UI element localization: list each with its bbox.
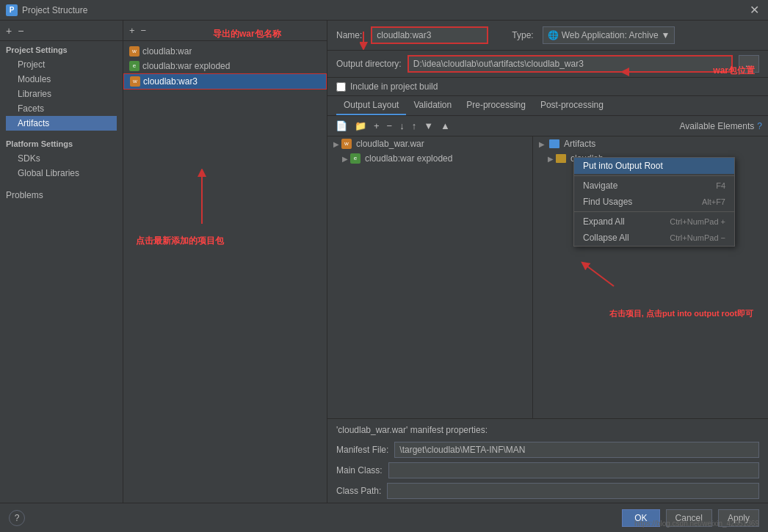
content-toolbar: 📄 📁 + − ↓ ↑ ▼ ▲ Available Elements ? — [327, 116, 768, 136]
sidebar-item-modules[interactable]: Modules — [6, 72, 117, 87]
available-elements-help[interactable]: ? — [757, 121, 762, 131]
folder-btn[interactable]: 📁 — [352, 120, 369, 131]
output-dir-row: Output directory: ... — [327, 51, 768, 78]
expand-all-shortcut: Ctrl+NumPad + — [670, 217, 725, 226]
navigate-label: Navigate — [583, 181, 617, 191]
title-bar-left: P Project Structure — [6, 4, 87, 16]
main-class-row: Main Class: — [336, 460, 759, 481]
context-menu-navigate[interactable]: Navigate F4 — [574, 178, 734, 194]
sidebar-item-sdks[interactable]: SDKs — [6, 151, 117, 166]
artifact-list-toolbar: + − — [123, 21, 327, 41]
context-menu-separator-2 — [574, 211, 734, 212]
platform-settings-title: Platform Settings — [6, 139, 117, 148]
tab-pre-processing[interactable]: Pre-processing — [459, 96, 533, 115]
platform-settings-section: Platform Settings SDKs Global Libraries — [0, 135, 123, 182]
right-tree: ▶ Artifacts ▶ cloudlab Put into Output R… — [533, 136, 768, 418]
project-settings-section: Project Settings Project Modules Librari… — [0, 41, 123, 132]
collapse-all-label: Collapse All — [583, 233, 629, 243]
class-path-row: Class Path: — [336, 481, 759, 501]
manifest-title: 'cloudlab_war.war' manifest properties: — [336, 425, 759, 435]
tree-arrow-exploded: ▶ — [342, 155, 348, 163]
sidebar-item-facets[interactable]: Facets — [6, 101, 117, 116]
tree-label-cloudlab-war-exploded: cloudlab:war exploded — [365, 153, 452, 164]
include-build-label: Include in project build — [350, 81, 438, 92]
artifact-list: w cloudlab:war e cloudlab:war exploded w… — [123, 41, 327, 532]
artifact-name-war3: cloudlab:war3 — [143, 76, 198, 87]
main-container: + − Project Settings Project Modules Lib… — [0, 21, 768, 532]
split-content: ▶ w cloudlab_war.war ▶ e cloudlab:war ex… — [327, 136, 768, 418]
context-menu-collapse-all[interactable]: Collapse All Ctrl+NumPad − — [574, 230, 734, 246]
context-menu-expand-all[interactable]: Expand All Ctrl+NumPad + — [574, 214, 734, 230]
title-bar: P Project Structure ✕ — [0, 0, 768, 21]
war-icon-3: w — [130, 76, 140, 87]
url-bar: https://blog.csdn.net/weixin_42551369 — [634, 520, 759, 528]
artifacts-arrow: ▶ — [539, 140, 545, 148]
manifest-file-input[interactable] — [394, 442, 759, 458]
expand-btn[interactable]: ▼ — [421, 120, 435, 131]
sidebar-item-project[interactable]: Project — [6, 57, 117, 72]
context-menu-find-usages[interactable]: Find Usages Alt+F7 — [574, 194, 734, 210]
output-dir-input[interactable] — [407, 55, 733, 73]
collapse-btn[interactable]: ▲ — [438, 120, 452, 131]
class-path-label: Class Path: — [336, 486, 381, 496]
right-tree-artifacts[interactable]: ▶ Artifacts — [533, 136, 768, 151]
artifact-add-button[interactable]: + — [128, 25, 137, 36]
context-menu-put-into-output-root[interactable]: Put into Output Root — [574, 158, 734, 174]
context-menu: Put into Output Root Navigate F4 Find Us… — [573, 157, 735, 247]
name-type-row: Name: Type: 🌐 Web Application: Archive ▼ — [327, 21, 768, 51]
sidebar-remove-button[interactable]: − — [16, 25, 25, 37]
browse-button[interactable]: ... — [739, 55, 759, 73]
artifact-name: cloudlab:war — [142, 46, 192, 57]
url-text: https://blog.csdn.net/weixin_42551369 — [634, 520, 759, 528]
tab-validation[interactable]: Validation — [406, 96, 459, 115]
manifest-file-row: Manifest File: — [336, 440, 759, 460]
up-btn[interactable]: ↑ — [410, 120, 419, 131]
down-btn[interactable]: ↓ — [397, 120, 407, 131]
sidebar-item-problems[interactable]: Problems — [0, 188, 123, 203]
type-value: Web Application: Archive — [562, 30, 659, 40]
remove-btn[interactable]: − — [385, 120, 395, 131]
web-archive-icon: 🌐 — [548, 30, 559, 40]
tab-post-processing[interactable]: Post-processing — [533, 96, 611, 115]
include-build-checkbox[interactable] — [336, 82, 346, 92]
main-class-label: Main Class: — [336, 465, 383, 475]
artifacts-folder-icon — [549, 139, 559, 148]
tabs-row: Output Layout Validation Pre-processing … — [327, 96, 768, 116]
sidebar-item-global-libraries[interactable]: Global Libraries — [6, 166, 117, 181]
artifacts-label: Artifacts — [564, 139, 595, 149]
tab-output-layout[interactable]: Output Layout — [336, 96, 406, 115]
war-exploded-icon: e — [129, 61, 140, 71]
cloudlab-arrow: ▶ — [548, 155, 554, 163]
close-button[interactable]: ✕ — [747, 3, 762, 17]
output-dir-label: Output directory: — [336, 59, 402, 69]
left-tree: ▶ w cloudlab_war.war ▶ e cloudlab:war ex… — [327, 136, 533, 418]
war-exploded-icon-tree: e — [350, 153, 361, 164]
sidebar-item-libraries[interactable]: Libraries — [6, 87, 117, 101]
tree-item-cloudlab-war[interactable]: ▶ w cloudlab_war.war — [327, 136, 532, 151]
cloudlab-folder-icon — [556, 154, 566, 163]
type-select[interactable]: 🌐 Web Application: Archive ▼ — [543, 26, 675, 44]
artifact-name: cloudlab:war exploded — [142, 61, 230, 71]
expand-all-label: Expand All — [583, 216, 625, 227]
sidebar: + − Project Settings Project Modules Lib… — [0, 21, 123, 532]
tree-label-cloudlab-war: cloudlab_war.war — [356, 139, 424, 149]
sidebar-add-button[interactable]: + — [4, 25, 13, 37]
right-panel: Name: Type: 🌐 Web Application: Archive ▼… — [327, 21, 768, 532]
find-usages-shortcut: Alt+F7 — [702, 197, 725, 206]
sidebar-item-artifacts[interactable]: Artifacts — [6, 116, 117, 131]
project-settings-title: Project Settings — [6, 45, 117, 54]
artifact-item-cloudlab-war[interactable]: w cloudlab:war — [123, 44, 327, 59]
artifact-item-cloudlab-war-exploded[interactable]: e cloudlab:war exploded — [123, 59, 327, 73]
help-button[interactable]: ? — [9, 510, 25, 526]
main-class-input[interactable] — [388, 462, 759, 478]
add-btn[interactable]: + — [372, 120, 382, 131]
artifact-item-cloudlab-war3[interactable]: w cloudlab:war3 — [123, 73, 327, 90]
class-path-input[interactable] — [387, 483, 759, 499]
manifest-file-label: Manifest File: — [336, 445, 388, 455]
put-into-output-root-label: Put into Output Root — [583, 161, 663, 171]
name-input[interactable] — [371, 26, 488, 44]
tree-item-cloudlab-war-exploded[interactable]: ▶ e cloudlab:war exploded — [327, 151, 532, 166]
file-btn[interactable]: 📄 — [333, 120, 349, 131]
artifact-remove-button[interactable]: − — [140, 25, 148, 36]
bottom-bar: ? OK Cancel Apply — [0, 503, 768, 532]
